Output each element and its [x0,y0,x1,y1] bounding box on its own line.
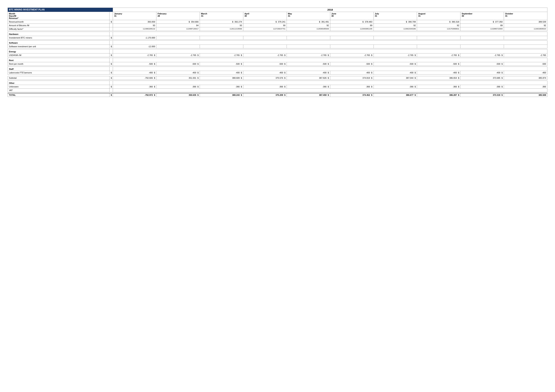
sw-apr [243,45,287,48]
rev-jun: $ 378.483 [330,20,373,24]
rev-aug: $ 390.318 [417,20,460,24]
en-sep: -2.765 $ [460,53,504,57]
col-label-month: Month Days/M Revenue* [8,12,110,20]
table-title: BTC MINING INVESTMENT PLAN [8,8,113,12]
currency-col-header [110,12,113,20]
staff-mar: -400 $ [200,71,243,75]
vat-row: VAT [8,89,548,92]
unf-jan: -366 $ [113,85,156,89]
hardware-label: Investement BTC miners: [8,36,110,40]
sub-apr: 375.576 $ [243,76,287,80]
hw-oct [504,36,548,40]
sub-jul: 387.044 $ [373,76,417,80]
unforseen-row: Unforseen $ -366 $ -366 $ -366 $ -366 $ … [8,85,548,89]
staff-jul: -400 $ [373,71,417,75]
col-mar: March 31 [200,12,243,20]
rent-oct: -500 [504,62,548,66]
unf-sep: -366 $ [460,85,504,89]
en-jun: -2.765 $ [330,53,373,57]
rent-section-label: Rent [8,58,110,62]
total-jul: 386.677 $ [373,93,417,97]
sw-sep [460,45,504,48]
total-mar: 388.243 $ [200,93,243,97]
rent-section-row: Rent [8,58,548,62]
staff-jun: -400 $ [330,71,373,75]
diff-feb: 1124987148417 [156,27,200,31]
sw-jun [330,45,373,48]
sub-jun: 374.819 $ [330,76,373,80]
sub-aug: 386.654 $ [417,76,460,80]
sw-mar [200,45,243,48]
unf-aug: -366 $ [417,85,460,89]
btc-aug: 92 [417,24,460,27]
vat-label: VAT [8,89,110,92]
rent-aug: -500 $ [417,62,460,66]
diff-jun: 1129493851435 [330,27,373,31]
rev-apr: $ 379.241 [243,20,287,24]
btc-jul: 92 [373,24,417,27]
col-feb: February 28 [156,12,200,20]
btc-amount-label: Amount of Bitcoins /M [8,24,110,27]
staff-oct: -400 [504,71,548,75]
rent-sep: -500 $ [460,62,504,66]
unf-jul: -366 $ [373,85,417,89]
staff-may: -400 $ [287,71,330,75]
en-apr: -2.765 $ [243,53,287,57]
rent-row: Rent per month $ -500 $ -500 $ -500 $ -5… [8,62,548,66]
software-row: Software investment /per unit $ -12.000 [8,45,548,48]
hw-feb [156,36,200,40]
diff-oct: 1134018608323 [504,27,548,31]
hw-jul [373,36,417,40]
btc-oct: 92 [504,24,548,27]
diff-may: 1128365485949 [287,27,330,31]
rent-jun: -500 $ [330,62,373,66]
rev-sep: $ 377.350 [460,20,504,24]
btc-mar: 93 [200,24,243,27]
staff-feb: -400 $ [156,71,200,75]
diff-jan: 1123863285132 [113,27,156,31]
spreadsheet-wrapper: BTC MINING INVESTMENT PLAN 2018 Month Da… [7,7,548,97]
rev-feb: $ 354.666 [156,20,200,24]
en-jul: -2.765 $ [373,53,417,57]
sub-mar: 388.609 $ [200,76,243,80]
energy-section-row: Energy [8,49,548,53]
total-may: 387.459 $ [287,93,330,97]
sub-may: 387.826 $ [287,76,330,80]
staff-row: Laborcosts FTE*persons $ -400 $ -400 $ -… [8,71,548,75]
unf-feb: -366 $ [156,85,200,89]
rent-apr: -500 $ [243,62,287,66]
software-section-label: Software [8,41,110,45]
btc-sep: 89 [460,24,504,27]
sw-feb [156,45,200,48]
col-jan: January 31 [113,12,156,20]
rent-jan: -500 $ [113,62,156,66]
col-may: May 31 [287,12,330,20]
sw-may [287,45,330,48]
sw-oct [504,45,548,48]
col-apr: April 30 [243,12,287,20]
staff-aug: -400 $ [417,71,460,75]
unf-jun: -366 $ [330,85,373,89]
staff-jan: -400 $ [113,71,156,75]
rev-jan: 393.059 [113,20,156,24]
hw-jun [330,36,373,40]
software-label: Software investment /per unit [8,45,110,48]
total-row: TOTAL $ -792.972 $ 350.635 $ 388.243 $ 3… [8,93,548,97]
hw-may [287,36,330,40]
en-mar: -2.765 $ [200,53,243,57]
btc-may: 92 [287,24,330,27]
total-aug: 386.287 $ [417,93,460,97]
col-oct: October 31 [504,12,548,20]
energy-row: USD/KWh /M $ -2.765 $ -2.765 $ -2.765 $ … [8,53,548,57]
sub-feb: 351.001 $ [156,76,200,80]
hw-mar [200,36,243,40]
unforseen-label: Unforseen [8,85,110,89]
en-feb: -2.765 $ [156,53,200,57]
sw-jan: -12.000 [113,45,156,48]
hw-jan: -1.170.000 [113,36,156,40]
other-section-row: Other [8,81,548,85]
unf-oct: -366 [504,85,548,89]
rent-jul: -500 $ [373,62,417,66]
col-jun: June 30 [330,12,373,20]
difficulty-row: Difficulty factor* 1123863285132 1124987… [8,27,548,31]
